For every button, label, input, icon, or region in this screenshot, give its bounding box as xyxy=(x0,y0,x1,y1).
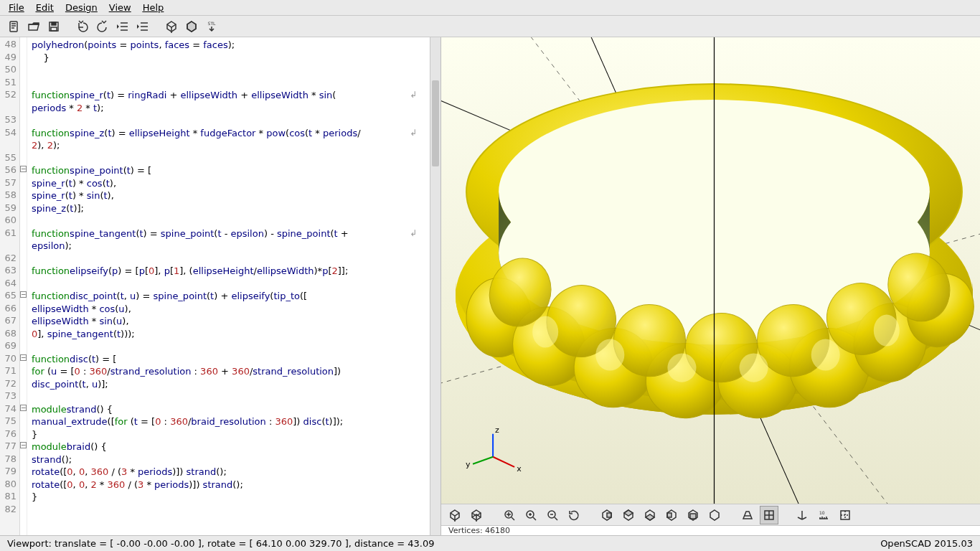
axis-y-label: y xyxy=(466,460,471,469)
viewport-pane: z x y 10 Vertices: 46180 xyxy=(441,37,980,535)
3d-viewport[interactable]: z x y xyxy=(441,37,980,504)
svg-point-35 xyxy=(874,315,900,347)
menu-file[interactable]: File xyxy=(3,2,30,13)
statusbar: Viewport: translate = [ -0.00 -0.00 -0.0… xyxy=(0,535,980,551)
svg-rect-3 xyxy=(51,27,57,31)
view-left-icon[interactable] xyxy=(662,506,681,524)
main-split: 4849505152535455565758596061626364656667… xyxy=(0,37,980,535)
view-back-icon[interactable] xyxy=(705,506,724,524)
editor-pane: 4849505152535455565758596061626364656667… xyxy=(0,37,441,535)
menubar: FileEditDesignViewHelp xyxy=(0,0,980,16)
unindent-icon[interactable] xyxy=(113,17,132,36)
show-crosshairs-icon[interactable] xyxy=(836,506,854,524)
perspective-icon[interactable] xyxy=(738,506,757,524)
reset-view-icon[interactable] xyxy=(565,506,583,524)
editor-scrollbar[interactable] xyxy=(430,37,440,535)
svg-point-34 xyxy=(811,339,840,371)
fold-column[interactable]: −−−−− xyxy=(20,37,27,535)
app-window: FileEditDesignViewHelp STL 4849505152535… xyxy=(0,0,980,551)
preview-icon[interactable] xyxy=(446,506,464,524)
svg-point-33 xyxy=(740,354,768,382)
wireframe-icon[interactable] xyxy=(467,506,486,524)
preview-icon[interactable] xyxy=(162,17,181,36)
svg-point-30 xyxy=(532,316,558,348)
zoom-in-icon[interactable] xyxy=(522,506,540,524)
main-toolbar: STL xyxy=(0,16,980,37)
open-icon[interactable] xyxy=(24,17,43,36)
menu-help[interactable]: Help xyxy=(137,2,170,13)
view-bottom-icon[interactable] xyxy=(641,506,659,524)
save-icon[interactable] xyxy=(44,17,63,36)
line-gutter: 4849505152535455565758596061626364656667… xyxy=(0,37,20,535)
axis-x-label: x xyxy=(517,464,522,474)
status-right: OpenSCAD 2015.03 xyxy=(880,538,973,549)
export-stl-icon[interactable]: STL xyxy=(202,17,221,36)
ortho-icon[interactable] xyxy=(760,506,778,524)
render-icon[interactable] xyxy=(182,17,201,36)
view-front-icon[interactable] xyxy=(684,506,702,524)
view-right-icon[interactable] xyxy=(598,506,616,524)
show-axes-icon[interactable] xyxy=(793,506,811,524)
zoom-fit-icon[interactable] xyxy=(500,506,519,524)
svg-text:10: 10 xyxy=(819,510,825,515)
code-editor[interactable]: polyhedron(points = points, faces = face… xyxy=(27,37,430,535)
status-left: Viewport: translate = [ -0.00 -0.00 -0.0… xyxy=(7,538,434,549)
view-top-icon[interactable] xyxy=(619,506,638,524)
svg-rect-2 xyxy=(52,22,56,25)
console-peek: Vertices: 46180 xyxy=(441,525,980,535)
svg-rect-43 xyxy=(690,514,696,519)
menu-design[interactable]: Design xyxy=(60,2,103,13)
new-icon[interactable] xyxy=(4,17,23,36)
svg-rect-0 xyxy=(10,22,17,32)
menu-edit[interactable]: Edit xyxy=(30,2,60,13)
viewport-toolbar: 10 xyxy=(441,504,980,525)
svg-text:STL: STL xyxy=(208,21,216,26)
menu-view[interactable]: View xyxy=(103,2,137,13)
axis-z-label: z xyxy=(495,425,499,435)
scrollbar-thumb[interactable] xyxy=(432,80,439,166)
show-scale-icon[interactable]: 10 xyxy=(814,506,833,524)
svg-point-31 xyxy=(595,339,624,371)
undo-icon[interactable] xyxy=(73,17,92,36)
zoom-out-icon[interactable] xyxy=(543,506,562,524)
indent-icon[interactable] xyxy=(133,17,152,36)
redo-icon[interactable] xyxy=(93,17,112,36)
svg-point-32 xyxy=(667,354,696,382)
